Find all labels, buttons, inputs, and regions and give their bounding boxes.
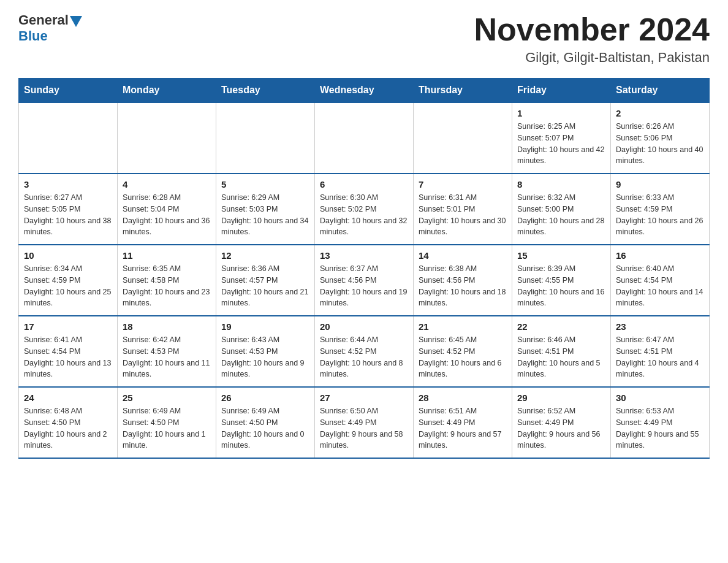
- weekday-header-friday: Friday: [512, 79, 611, 103]
- day-number: 1: [517, 108, 605, 118]
- calendar-cell: 23Sunrise: 6:47 AM Sunset: 4:51 PM Dayli…: [611, 316, 710, 387]
- calendar-cell: 5Sunrise: 6:29 AM Sunset: 5:03 PM Daylig…: [216, 174, 315, 245]
- day-number: 18: [123, 321, 211, 332]
- day-info: Sunrise: 6:25 AM Sunset: 5:07 PM Dayligh…: [517, 121, 605, 167]
- day-number: 7: [419, 179, 507, 190]
- day-info: Sunrise: 6:51 AM Sunset: 4:49 PM Dayligh…: [419, 405, 507, 451]
- calendar-cell: 19Sunrise: 6:43 AM Sunset: 4:53 PM Dayli…: [216, 316, 315, 387]
- day-info: Sunrise: 6:49 AM Sunset: 4:50 PM Dayligh…: [123, 405, 211, 451]
- calendar-cell: [118, 102, 216, 174]
- day-info: Sunrise: 6:38 AM Sunset: 4:56 PM Dayligh…: [419, 263, 507, 309]
- day-number: 9: [616, 179, 704, 190]
- day-number: 5: [221, 179, 309, 190]
- day-info: Sunrise: 6:43 AM Sunset: 4:53 PM Dayligh…: [221, 334, 309, 380]
- calendar-cell: 16Sunrise: 6:40 AM Sunset: 4:54 PM Dayli…: [611, 245, 710, 316]
- calendar-cell: 22Sunrise: 6:46 AM Sunset: 4:51 PM Dayli…: [512, 316, 611, 387]
- calendar-cell: 28Sunrise: 6:51 AM Sunset: 4:49 PM Dayli…: [414, 387, 512, 458]
- calendar-cell: 15Sunrise: 6:39 AM Sunset: 4:55 PM Dayli…: [512, 245, 611, 316]
- day-info: Sunrise: 6:45 AM Sunset: 4:52 PM Dayligh…: [419, 334, 507, 380]
- day-number: 4: [123, 179, 211, 190]
- day-number: 6: [320, 179, 408, 190]
- day-info: Sunrise: 6:33 AM Sunset: 4:59 PM Dayligh…: [616, 192, 704, 238]
- day-info: Sunrise: 6:32 AM Sunset: 5:00 PM Dayligh…: [517, 192, 605, 238]
- calendar-header-row: SundayMondayTuesdayWednesdayThursdayFrid…: [19, 79, 710, 103]
- day-number: 29: [517, 393, 605, 403]
- day-number: 26: [221, 393, 309, 403]
- day-info: Sunrise: 6:34 AM Sunset: 4:59 PM Dayligh…: [24, 263, 112, 309]
- day-number: 30: [616, 393, 704, 403]
- day-info: Sunrise: 6:47 AM Sunset: 4:51 PM Dayligh…: [616, 334, 704, 380]
- calendar-cell: 14Sunrise: 6:38 AM Sunset: 4:56 PM Dayli…: [414, 245, 512, 316]
- day-number: 11: [123, 250, 211, 261]
- day-info: Sunrise: 6:44 AM Sunset: 4:52 PM Dayligh…: [320, 334, 408, 380]
- day-info: Sunrise: 6:28 AM Sunset: 5:04 PM Dayligh…: [123, 192, 211, 238]
- day-number: 14: [419, 250, 507, 261]
- weekday-header-monday: Monday: [118, 79, 216, 103]
- day-info: Sunrise: 6:52 AM Sunset: 4:49 PM Dayligh…: [517, 405, 605, 451]
- day-info: Sunrise: 6:41 AM Sunset: 4:54 PM Dayligh…: [24, 334, 112, 380]
- logo-blue: Blue: [18, 28, 82, 44]
- calendar-week-row: 1Sunrise: 6:25 AM Sunset: 5:07 PM Daylig…: [19, 102, 710, 174]
- calendar-week-row: 10Sunrise: 6:34 AM Sunset: 4:59 PM Dayli…: [19, 245, 710, 316]
- day-info: Sunrise: 6:46 AM Sunset: 4:51 PM Dayligh…: [517, 334, 605, 380]
- day-info: Sunrise: 6:48 AM Sunset: 4:50 PM Dayligh…: [24, 405, 112, 451]
- logo-triangle-icon: [70, 16, 82, 27]
- calendar-cell: 25Sunrise: 6:49 AM Sunset: 4:50 PM Dayli…: [118, 387, 216, 458]
- calendar-cell: 21Sunrise: 6:45 AM Sunset: 4:52 PM Dayli…: [414, 316, 512, 387]
- calendar-cell: 20Sunrise: 6:44 AM Sunset: 4:52 PM Dayli…: [315, 316, 414, 387]
- title-block: November 2024 Gilgit, Gilgit-Baltistan, …: [474, 12, 710, 66]
- calendar-cell: 3Sunrise: 6:27 AM Sunset: 5:05 PM Daylig…: [19, 174, 118, 245]
- day-number: 27: [320, 393, 408, 403]
- day-info: Sunrise: 6:26 AM Sunset: 5:06 PM Dayligh…: [616, 121, 704, 167]
- weekday-header-wednesday: Wednesday: [315, 79, 414, 103]
- day-number: 15: [517, 250, 605, 261]
- weekday-header-tuesday: Tuesday: [216, 79, 315, 103]
- calendar-cell: 2Sunrise: 6:26 AM Sunset: 5:06 PM Daylig…: [611, 102, 710, 174]
- calendar-cell: 29Sunrise: 6:52 AM Sunset: 4:49 PM Dayli…: [512, 387, 611, 458]
- day-number: 8: [517, 179, 605, 190]
- weekday-header-sunday: Sunday: [19, 79, 118, 103]
- calendar-cell: 27Sunrise: 6:50 AM Sunset: 4:49 PM Dayli…: [315, 387, 414, 458]
- day-info: Sunrise: 6:29 AM Sunset: 5:03 PM Dayligh…: [221, 192, 309, 238]
- calendar-week-row: 3Sunrise: 6:27 AM Sunset: 5:05 PM Daylig…: [19, 174, 710, 245]
- day-number: 25: [123, 393, 211, 403]
- calendar-cell: 4Sunrise: 6:28 AM Sunset: 5:04 PM Daylig…: [118, 174, 216, 245]
- calendar-cell: 17Sunrise: 6:41 AM Sunset: 4:54 PM Dayli…: [19, 316, 118, 387]
- day-number: 10: [24, 250, 112, 261]
- calendar-cell: 30Sunrise: 6:53 AM Sunset: 4:49 PM Dayli…: [611, 387, 710, 458]
- day-number: 19: [221, 321, 309, 332]
- day-number: 20: [320, 321, 408, 332]
- day-info: Sunrise: 6:30 AM Sunset: 5:02 PM Dayligh…: [320, 192, 408, 238]
- logo: General Blue: [18, 12, 82, 44]
- location-title: Gilgit, Gilgit-Baltistan, Pakistan: [474, 50, 710, 66]
- day-info: Sunrise: 6:31 AM Sunset: 5:01 PM Dayligh…: [419, 192, 507, 238]
- day-number: 3: [24, 179, 112, 190]
- day-info: Sunrise: 6:42 AM Sunset: 4:53 PM Dayligh…: [123, 334, 211, 380]
- calendar-cell: [216, 102, 315, 174]
- month-title: November 2024: [474, 12, 710, 47]
- day-number: 23: [616, 321, 704, 332]
- day-number: 21: [419, 321, 507, 332]
- calendar-cell: 11Sunrise: 6:35 AM Sunset: 4:58 PM Dayli…: [118, 245, 216, 316]
- day-info: Sunrise: 6:36 AM Sunset: 4:57 PM Dayligh…: [221, 263, 309, 309]
- day-number: 2: [616, 108, 704, 118]
- calendar-cell: [315, 102, 414, 174]
- calendar-week-row: 24Sunrise: 6:48 AM Sunset: 4:50 PM Dayli…: [19, 387, 710, 458]
- day-number: 17: [24, 321, 112, 332]
- calendar-cell: [19, 102, 118, 174]
- day-info: Sunrise: 6:49 AM Sunset: 4:50 PM Dayligh…: [221, 405, 309, 451]
- day-info: Sunrise: 6:53 AM Sunset: 4:49 PM Dayligh…: [616, 405, 704, 451]
- logo-general: General: [18, 12, 69, 28]
- day-number: 24: [24, 393, 112, 403]
- calendar-cell: 26Sunrise: 6:49 AM Sunset: 4:50 PM Dayli…: [216, 387, 315, 458]
- calendar-cell: 12Sunrise: 6:36 AM Sunset: 4:57 PM Dayli…: [216, 245, 315, 316]
- page-header: General Blue November 2024 Gilgit, Gilgi…: [18, 12, 710, 66]
- day-number: 12: [221, 250, 309, 261]
- day-number: 16: [616, 250, 704, 261]
- day-number: 13: [320, 250, 408, 261]
- calendar-table: SundayMondayTuesdayWednesdayThursdayFrid…: [18, 78, 710, 459]
- calendar-cell: 8Sunrise: 6:32 AM Sunset: 5:00 PM Daylig…: [512, 174, 611, 245]
- calendar-week-row: 17Sunrise: 6:41 AM Sunset: 4:54 PM Dayli…: [19, 316, 710, 387]
- day-info: Sunrise: 6:37 AM Sunset: 4:56 PM Dayligh…: [320, 263, 408, 309]
- day-info: Sunrise: 6:35 AM Sunset: 4:58 PM Dayligh…: [123, 263, 211, 309]
